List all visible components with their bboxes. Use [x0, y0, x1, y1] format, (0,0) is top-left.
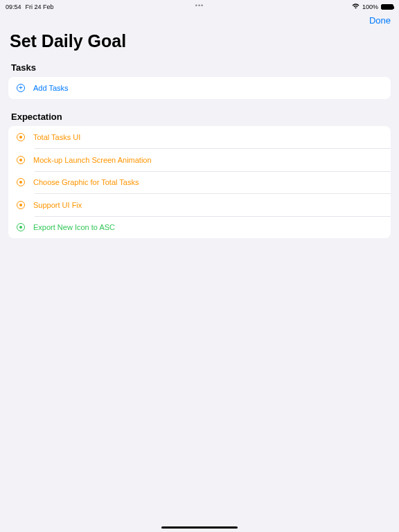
list-item[interactable]: Total Tasks UI — [8, 126, 391, 148]
battery-percentage: 100% — [362, 3, 378, 10]
task-status-icon — [17, 201, 25, 209]
add-tasks-row[interactable]: Add Tasks — [8, 77, 391, 99]
status-center-dots: ••• — [195, 2, 204, 9]
list-item[interactable]: Export New Icon to ASC — [8, 216, 391, 238]
task-status-icon — [17, 223, 25, 231]
list-item[interactable]: Choose Graphic for Total Tasks — [8, 171, 391, 193]
status-left: 09:54 Fri 24 Feb — [6, 3, 54, 10]
tasks-section-header: Tasks — [0, 58, 399, 77]
add-tasks-label: Add Tasks — [33, 84, 69, 92]
status-bar: 09:54 Fri 24 Feb ••• 100% — [0, 0, 399, 11]
page-title: Set Daily Goal — [0, 26, 399, 58]
battery-icon — [381, 4, 393, 10]
task-label: Support UI Fix — [33, 201, 82, 209]
task-label: Export New Icon to ASC — [33, 223, 115, 231]
task-label: Total Tasks UI — [33, 133, 80, 141]
home-indicator[interactable] — [161, 526, 238, 529]
task-status-icon — [17, 178, 25, 186]
nav-bar: Done — [0, 11, 399, 26]
task-status-icon — [17, 156, 25, 164]
status-right: 100% — [352, 3, 393, 10]
add-icon — [17, 84, 25, 92]
expectation-list: Total Tasks UI Mock-up Launch Screen Ani… — [8, 126, 391, 238]
status-date: Fri 24 Feb — [26, 3, 54, 10]
status-time: 09:54 — [6, 3, 21, 10]
wifi-icon — [352, 3, 360, 10]
task-label: Mock-up Launch Screen Animation — [33, 156, 152, 164]
done-button[interactable]: Done — [369, 15, 391, 26]
list-item[interactable]: Mock-up Launch Screen Animation — [8, 149, 391, 171]
task-label: Choose Graphic for Total Tasks — [33, 178, 139, 186]
list-item[interactable]: Support UI Fix — [8, 194, 391, 216]
task-status-icon — [17, 133, 25, 141]
expectation-section-header: Expectation — [0, 107, 399, 126]
tasks-list: Add Tasks — [8, 77, 391, 99]
